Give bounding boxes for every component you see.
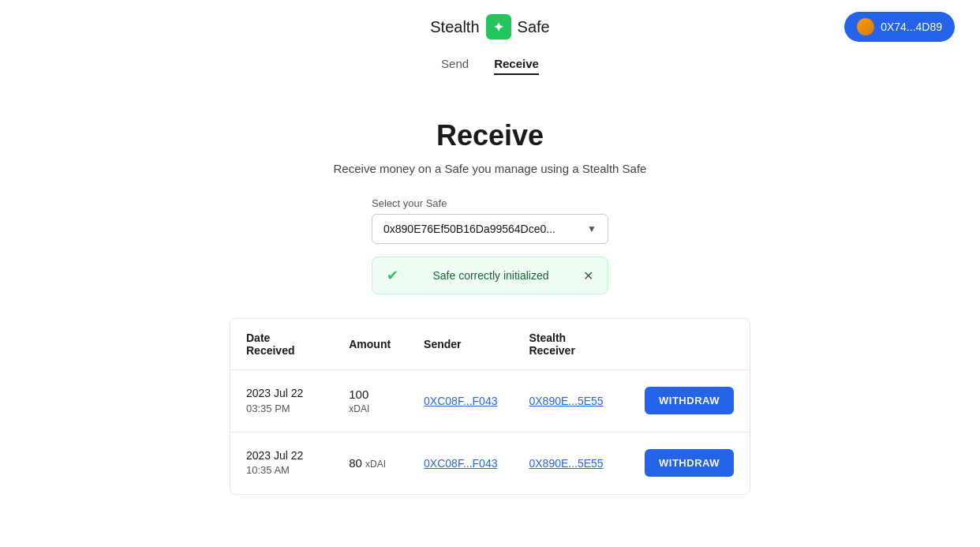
main-content: Receive Receive money on a Safe you mana… [0,88,980,526]
transactions-table: Date Received Amount Sender Stealth Rece… [230,319,750,494]
transactions-table-container: Date Received Amount Sender Stealth Rece… [230,318,750,495]
col-amount: Amount [333,319,408,370]
col-stealth-receiver: Stealth Receiver [513,319,629,370]
cell-action-1[interactable]: WITHDRAW [629,432,750,493]
cell-action-0[interactable]: WITHDRAW [629,370,750,433]
withdraw-button-0[interactable]: WITHDRAW [645,387,734,414]
amount-unit-1: xDAI [365,459,386,470]
check-circle-icon: ✔ [387,267,398,284]
success-banner: ✔ Safe correctly initialized ✕ [372,257,608,294]
header: Stealth ✦ Safe 0X74...4D89 [0,0,980,54]
logo-text-before: Stealth [430,18,479,36]
success-message: Safe correctly initialized [432,269,548,282]
wallet-avatar [857,18,874,36]
col-date-received: Date Received [230,319,333,370]
nav-send[interactable]: Send [441,57,469,75]
chevron-down-icon: ▼ [587,223,597,234]
col-sender: Sender [408,319,513,370]
cell-sender-0[interactable]: 0XC08F...F043 [408,370,513,433]
cell-amount-0: 100 xDAI [333,370,408,433]
cell-stealth-receiver-1[interactable]: 0X890E...5E55 [513,432,629,493]
navigation: Send Receive [0,54,980,88]
table-header-row: Date Received Amount Sender Stealth Rece… [230,319,750,370]
close-icon[interactable]: ✕ [583,268,593,283]
nav-receive[interactable]: Receive [494,57,539,75]
cell-date-0: 2023 Jul 22 03:35 PM [230,370,333,433]
cell-sender-1[interactable]: 0XC08F...F043 [408,432,513,493]
stealth-receiver-link-1[interactable]: 0X890E...5E55 [529,457,603,470]
page-subtitle: Receive money on a Safe you manage using… [334,162,647,175]
table-row: 2023 Jul 22 10:35 AM 80 xDAI 0XC08F...F0… [230,432,750,493]
cell-date-1: 2023 Jul 22 10:35 AM [230,432,333,493]
page-title: Receive [436,119,544,152]
sender-link-0[interactable]: 0XC08F...F043 [424,395,497,407]
safe-selector-label: Select your Safe [372,197,447,209]
logo-text-after: Safe [518,18,550,36]
date-main-1: 2023 Jul 22 [246,448,317,464]
wallet-button-label: 0X74...4D89 [881,21,942,33]
logo: Stealth ✦ Safe [430,14,549,39]
col-action [629,319,750,370]
amount-unit-0: xDAI [349,403,369,414]
withdraw-button-1[interactable]: WITHDRAW [645,449,734,477]
stealth-receiver-link-0[interactable]: 0X890E...5E55 [529,395,603,407]
table-row: 2023 Jul 22 03:35 PM 100 xDAI 0XC08F...F… [230,370,750,433]
date-time-0: 03:35 PM [246,402,317,416]
logo-icon: ✦ [486,14,511,39]
sender-link-1[interactable]: 0XC08F...F043 [424,457,497,470]
cell-stealth-receiver-0[interactable]: 0X890E...5E55 [513,370,629,433]
safe-selector-wrapper: Select your Safe 0x890E76Ef50B16Da99564D… [372,197,608,244]
safe-selector-value: 0x890E76Ef50B16Da99564Dce0... [383,223,555,235]
date-main-0: 2023 Jul 22 [246,386,317,402]
cell-amount-1: 80 xDAI [333,432,408,493]
safe-selector-dropdown[interactable]: 0x890E76Ef50B16Da99564Dce0... ▼ [372,214,608,244]
date-time-1: 10:35 AM [246,463,317,478]
wallet-button[interactable]: 0X74...4D89 [844,12,955,42]
